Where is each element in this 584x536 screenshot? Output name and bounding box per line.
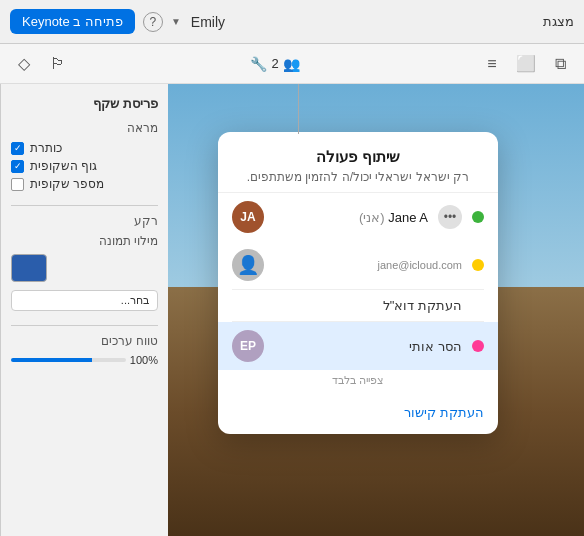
checkbox-row-number: מספר שקופית — [11, 177, 158, 191]
panel-title: פריסת שקף — [11, 96, 158, 111]
remove-me-item[interactable]: הסר אותי EP — [218, 322, 498, 370]
collab-count: 2 — [271, 56, 278, 71]
avatar-ep: EP — [232, 330, 264, 362]
checkbox-label-number: מספר שקופית — [30, 177, 104, 191]
slider-row: 100% — [11, 354, 158, 366]
user-dot-green — [472, 211, 484, 223]
image-fill-label: מילוי תמונה — [11, 234, 158, 248]
checkbox-row-body: גוף השקופית — [11, 159, 158, 173]
collab-icon: 👥 — [283, 56, 300, 72]
remove-me-label: הסר אותי — [274, 339, 462, 354]
panel-divider2 — [11, 325, 158, 326]
checkbox-number[interactable] — [11, 178, 24, 191]
appearance-section: מראה כותרת גוף השקופית מספר שקופית — [11, 121, 158, 191]
panel-divider — [11, 205, 158, 206]
wrench-icon: 🔧 — [250, 56, 267, 72]
ellipsis-button[interactable]: ••• — [438, 205, 462, 229]
connector-line — [298, 84, 299, 134]
share-modal: שיתוף פעולה רק ישראל ישראלי יכול/ה להזמי… — [218, 132, 498, 434]
appearance-label: מראה — [11, 121, 158, 135]
list-item[interactable]: jane@icloud.com 👤 — [218, 241, 498, 289]
dot-placeholder — [472, 300, 484, 312]
top-bar-left: מצגת — [543, 14, 574, 29]
user-dot-pink — [472, 340, 484, 352]
toolbar-icons-right: 🏳 ◇ — [10, 50, 72, 78]
values-section: טווח ערכים 100% — [11, 334, 158, 366]
right-panel: פריסת שקף מראה כותרת גוף השקופית מספר שק… — [0, 84, 168, 536]
user-name: Emily — [191, 14, 225, 30]
copy-icon[interactable]: ⧉ — [546, 50, 574, 78]
modal-title: שיתוף פעולה — [234, 148, 482, 166]
checkbox-label-body: גוף השקופית — [30, 159, 97, 173]
media-icon[interactable]: ⬜ — [512, 50, 540, 78]
user-name-jane: Jane A (אני) — [274, 210, 428, 225]
user-info-email: jane@icloud.com — [274, 259, 462, 271]
top-bar-right: Emily ▼ ? פתיחה ב Keynote — [10, 9, 225, 34]
main-area: שיתוף פעולה רק ישראל ישראלי יכול/ה להזמי… — [0, 84, 584, 536]
toolbar-icons-left: ⧉ ⬜ ≡ — [478, 50, 574, 78]
values-label: טווח ערכים — [11, 334, 158, 348]
top-bar: מצגת Emily ▼ ? פתיחה ב Keynote — [0, 0, 584, 44]
checkbox-body[interactable] — [11, 160, 24, 173]
user-email: jane@icloud.com — [274, 259, 462, 271]
open-keynote-button[interactable]: פתיחה ב Keynote — [10, 9, 135, 34]
dropdown-select[interactable]: בחר... — [11, 290, 158, 311]
list-item[interactable]: ••• Jane A (אני) JA — [218, 193, 498, 241]
user-info: Jane A (אני) — [274, 210, 428, 225]
collab-button[interactable]: 👥 2 🔧 — [250, 56, 299, 72]
shape-icon[interactable]: ◇ — [10, 50, 38, 78]
toolbar-row: ⧉ ⬜ ≡ 👥 2 🔧 🏳 ◇ — [0, 44, 584, 84]
avatar-generic: 👤 — [232, 249, 264, 281]
slider[interactable] — [11, 358, 126, 362]
modal-header: שיתוף פעולה רק ישראל ישראלי יכול/ה להזמי… — [218, 132, 498, 193]
copy-email-label: העתקת דוא"ל — [232, 298, 462, 313]
text-icon[interactable]: ≡ — [478, 50, 506, 78]
checkbox-label-title: כותרת — [30, 141, 62, 155]
avatar-jane: JA — [232, 201, 264, 233]
color-swatch[interactable] — [11, 254, 47, 282]
checkbox-title[interactable] — [11, 142, 24, 155]
chevron-down-icon[interactable]: ▼ — [171, 16, 181, 27]
canvas-area: שיתוף פעולה רק ישראל ישראלי יכול/ה להזמי… — [168, 84, 584, 536]
percent-label: 100% — [130, 354, 158, 366]
only-visible-label: צפייה בלבד — [218, 370, 498, 395]
background-label: רקע — [11, 214, 158, 228]
background-section: רקע מילוי תמונה בחר... — [11, 214, 158, 311]
modal-overlay: שיתוף פעולה רק ישראל ישראלי יכול/ה להזמי… — [168, 84, 584, 536]
modal-subtitle: רק ישראל ישראלי יכול/ה להזמין משתתפים. — [234, 170, 482, 184]
modal-footer: העתקת קישור — [218, 395, 498, 434]
flag-icon[interactable]: 🏳 — [44, 50, 72, 78]
help-button[interactable]: ? — [143, 12, 163, 32]
menu-label: מצגת — [543, 14, 574, 29]
checkbox-row-title: כותרת — [11, 141, 158, 155]
user-list: ••• Jane A (אני) JA jane@icloud.com 👤 — [218, 193, 498, 370]
copy-link-button[interactable]: העתקת קישור — [232, 405, 484, 420]
user-dot-yellow — [472, 259, 484, 271]
copy-email-item[interactable]: העתקת דוא"ל — [218, 290, 498, 321]
